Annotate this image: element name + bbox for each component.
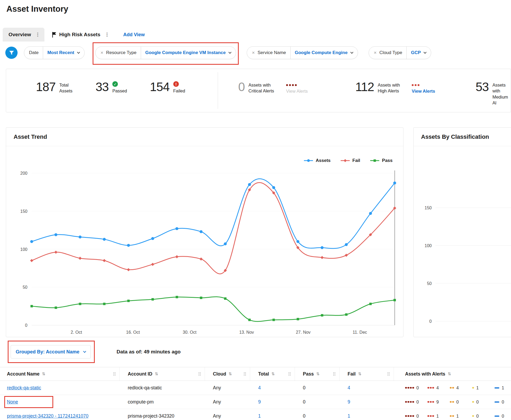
sort-icon[interactable]: ⇅ <box>271 372 275 376</box>
total-cell: 1 <box>250 413 295 419</box>
account-id-cell: redlock-qa-static <box>120 385 205 391</box>
sort-icon[interactable]: ⇅ <box>316 372 320 376</box>
alert-count-medium[interactable]: 4 <box>450 385 472 390</box>
filter-toggle-button[interactable] <box>5 47 18 59</box>
remove-filter-icon[interactable]: ✕ <box>100 51 104 55</box>
asset-inventory-page: Asset Inventory Overview ⋮ High Risk Ass… <box>0 0 511 420</box>
alert-count-low[interactable]: 0 <box>472 399 494 405</box>
sort-icon[interactable]: ⇅ <box>358 372 361 376</box>
filter-date-label[interactable]: Date <box>24 46 43 59</box>
drag-handle-icon[interactable] <box>333 372 336 376</box>
alert-count-high[interactable]: 1 <box>427 414 450 419</box>
svg-text:30. Oct: 30. Oct <box>183 330 197 335</box>
kebab-menu-icon[interactable]: ⋮ <box>34 32 42 37</box>
column-header-fail[interactable]: Fail⇅ <box>340 367 394 381</box>
column-header-account-id[interactable]: Account ID⇅ <box>120 367 205 381</box>
kebab-menu-icon[interactable]: ⋮ <box>103 32 111 37</box>
legend-item-assets[interactable]: Assets <box>304 158 331 163</box>
assets-table: Account Name⇅Account ID⇅Cloud⇅Total⇅Pass… <box>0 367 511 420</box>
drag-handle-icon[interactable] <box>244 372 246 376</box>
fail-count-link[interactable]: 9 <box>348 399 350 405</box>
high-alerts-actions: View Alerts <box>412 84 435 94</box>
legend-item-fail[interactable]: Fail <box>341 158 360 163</box>
column-label: Cloud <box>213 371 226 377</box>
fail-count-link[interactable]: 4 <box>348 385 350 390</box>
filter-cloud-type-label[interactable]: ✕ Cloud Type <box>369 46 407 59</box>
stat-critical-alerts: 0 Assets withCritical Alerts <box>238 81 274 94</box>
alert-count-value: 1 <box>502 385 504 390</box>
sort-icon[interactable]: ⇅ <box>155 372 158 376</box>
filter-service-name-value-dropdown[interactable]: Google Compute Engine <box>290 46 358 59</box>
column-header-account-name[interactable]: Account Name⇅ <box>0 367 120 381</box>
view-high-alerts-link[interactable]: View Alerts <box>412 89 435 94</box>
filter-resource-type-label[interactable]: ✕ Resource Type <box>95 46 141 59</box>
filter-value-text: Google Compute Engine <box>295 50 348 55</box>
alert-count-low[interactable]: 1 <box>472 385 494 390</box>
total-count-link[interactable]: 9 <box>258 399 261 405</box>
fail-cell: 4 <box>340 385 394 391</box>
total-count-link[interactable]: 1 <box>258 413 261 419</box>
alerts-cell: 01100 <box>394 414 511 419</box>
add-view-button[interactable]: Add View <box>123 32 145 38</box>
alert-count-medium[interactable]: 1 <box>450 414 472 419</box>
passed-value: 33 <box>96 81 109 93</box>
drag-handle-icon[interactable] <box>387 372 390 376</box>
alert-count-medium[interactable]: 0 <box>450 399 472 405</box>
column-header-cloud[interactable]: Cloud⇅ <box>205 367 250 381</box>
alert-count-critical[interactable]: 0 <box>405 399 427 405</box>
alert-count-low[interactable]: 0 <box>472 414 494 419</box>
account-name-link[interactable]: prisma-project-342320 - 117241241070 <box>7 413 88 419</box>
cloud-cell: Any <box>205 385 250 391</box>
filter-label-text: Service Name <box>258 50 286 55</box>
critical-severity-icon <box>405 415 414 417</box>
critical-alerts-dots <box>286 84 308 86</box>
drag-handle-icon[interactable] <box>288 372 291 376</box>
fail-cell: 1 <box>340 413 394 419</box>
svg-text:27. Nov: 27. Nov <box>296 330 311 335</box>
column-label: Account ID <box>128 371 152 377</box>
failed-alert-icon: ! <box>173 81 179 87</box>
sort-icon[interactable]: ⇅ <box>42 372 46 376</box>
alert-count-info[interactable]: 1 <box>494 385 511 390</box>
sort-icon[interactable]: ⇅ <box>448 372 451 376</box>
filter-value-text: GCP <box>411 50 421 55</box>
column-header-pass[interactable]: Pass⇅ <box>295 367 340 381</box>
alert-count-critical[interactable]: 0 <box>405 414 427 419</box>
alert-count-info[interactable]: 0 <box>494 399 511 405</box>
column-label: Total <box>258 371 269 377</box>
column-header-assets-with-alerts[interactable]: Assets with Alerts⇅ <box>394 367 511 381</box>
filter-cloud-type-value-dropdown[interactable]: GCP <box>406 46 431 59</box>
filter-service-name-label[interactable]: ✕ Service Name <box>247 46 291 59</box>
account-name-link[interactable]: None <box>7 399 18 405</box>
total-assets-value: 187 <box>36 81 56 93</box>
critical-alerts-actions: View Alerts <box>286 84 308 94</box>
svg-text:2. Oct: 2. Oct <box>71 330 82 335</box>
remove-filter-icon[interactable]: ✕ <box>374 51 377 55</box>
column-header-total[interactable]: Total⇅ <box>250 367 295 381</box>
critical-severity-dot-icon <box>292 84 294 86</box>
alert-count-value: 1 <box>476 385 479 390</box>
tab-high-risk-label: High Risk Assets <box>59 32 101 38</box>
account-name-link[interactable]: redlock-qa-static <box>7 385 41 390</box>
filter-resource-type-value-dropdown[interactable]: Google Compute Engine VM Instance <box>141 46 236 59</box>
filter-resource-type: ✕ Resource Type Google Compute Engine VM… <box>95 46 236 59</box>
drag-handle-icon[interactable] <box>113 372 116 376</box>
alert-count-high[interactable]: 9 <box>427 399 450 405</box>
alert-count-high[interactable]: 4 <box>427 385 450 390</box>
alert-count-critical[interactable]: 0 <box>405 385 427 390</box>
critical-severity-dot-icon <box>289 84 291 86</box>
fail-count-link[interactable]: 1 <box>348 413 350 419</box>
legend-item-pass[interactable]: Pass <box>370 158 393 163</box>
drag-handle-icon[interactable] <box>198 372 201 376</box>
tab-overview[interactable]: Overview ⋮ <box>3 28 44 42</box>
total-count-link[interactable]: 4 <box>258 385 261 390</box>
asset-trend-chart: 0501001502002. Oct16. Oct30. Oct13. Nov2… <box>8 164 402 336</box>
remove-filter-icon[interactable]: ✕ <box>252 51 255 55</box>
filter-date-value-dropdown[interactable]: Most Recent <box>43 46 85 59</box>
sort-icon[interactable]: ⇅ <box>229 372 232 376</box>
svg-text:11. Dec: 11. Dec <box>353 330 367 335</box>
table-row: Nonecompute-pmAny90909000 <box>0 395 511 409</box>
grouped-by-dropdown[interactable]: Grouped By: Account Name <box>11 345 91 358</box>
alert-count-info[interactable]: 0 <box>494 414 511 419</box>
tab-high-risk-assets[interactable]: High Risk Assets ⋮ <box>44 32 114 38</box>
